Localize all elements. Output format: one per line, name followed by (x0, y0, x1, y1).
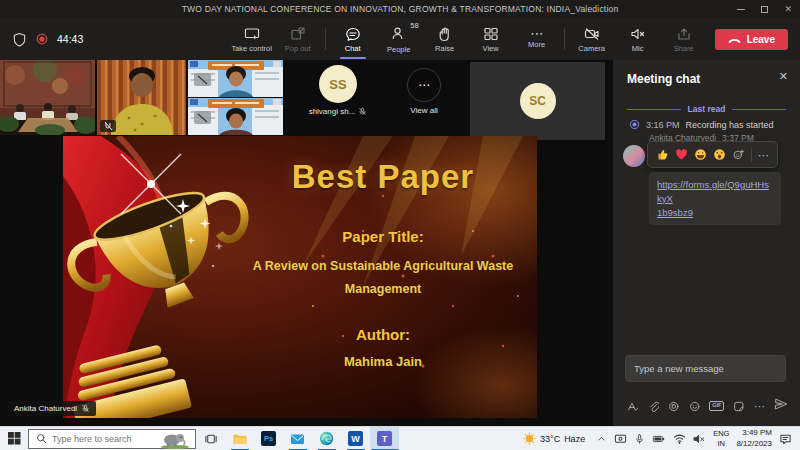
meeting-status: 44:43 (12, 32, 83, 47)
paper-title-line1: A Review on Sustainable Agricultural Was… (253, 259, 513, 273)
task-view-button[interactable] (196, 427, 225, 450)
message-author-avatar[interactable] (623, 145, 645, 167)
share-icon (676, 26, 692, 42)
view-all-button[interactable]: ⋯ View all (393, 68, 455, 115)
leave-button[interactable]: Leave (715, 29, 788, 50)
taskbar-clock[interactable]: 3:49 PM 8/12/2023 (736, 428, 772, 449)
presenter-name-pill: Ankita Chaturvedi (8, 401, 96, 416)
windows-taskbar: Ps W (0, 426, 800, 450)
task-view-icon (204, 432, 218, 446)
teams-button[interactable]: T (370, 427, 399, 450)
search-icon (36, 433, 47, 444)
message-more-options-icon[interactable]: ⋯ (758, 152, 769, 158)
more-actions-button[interactable]: ⋯ More (514, 18, 560, 60)
file-explorer-button[interactable] (225, 427, 254, 450)
message-link[interactable]: https://forms.gle/Q9guHHskyX 1b9sbz9 (657, 178, 773, 219)
reaction-bar: ⋯ (647, 141, 778, 168)
tray-display-icon[interactable] (614, 433, 627, 445)
recording-indicator-icon (35, 32, 49, 46)
tray-mic-icon[interactable] (634, 433, 645, 445)
window-title: TWO DAY NATIONAL CONFERENCE ON INNOVATIO… (182, 4, 619, 14)
weather-widget[interactable]: 33°C Haze (519, 432, 589, 445)
video-tile-conference-room[interactable] (0, 60, 95, 135)
tray-volume-muted-icon[interactable] (693, 433, 706, 445)
view-button[interactable]: View (468, 18, 514, 60)
people-count-badge: 58 (410, 21, 418, 30)
windows-logo-icon (8, 432, 21, 445)
thumbs-up-reaction-icon[interactable] (656, 148, 669, 161)
participant-shivangi[interactable]: SS shivangi sh... (300, 65, 376, 116)
shield-icon[interactable] (12, 32, 27, 47)
emoji-icon[interactable] (689, 400, 701, 413)
man-yellow-shirt-video (97, 60, 186, 135)
avatar: SC (520, 83, 556, 119)
slide-title: Best Paper (292, 158, 474, 196)
message-bubble: https://forms.gle/Q9guHHskyX 1b9sbz9 (649, 172, 781, 225)
weather-temp: 33°C (540, 434, 560, 444)
action-center-icon[interactable] (779, 433, 792, 445)
surprised-reaction-icon[interactable] (713, 148, 726, 161)
send-icon (774, 397, 788, 411)
view-all-icon: ⋯ (407, 68, 441, 102)
chat-close-icon[interactable]: ✕ (779, 70, 788, 83)
sticker-icon[interactable] (733, 400, 745, 413)
chat-button[interactable]: Chat (330, 18, 376, 60)
mic-off-icon (81, 404, 90, 413)
mail-button[interactable] (283, 427, 312, 450)
video-tile-man-yellow-shirt[interactable] (97, 60, 186, 135)
attach-icon[interactable] (648, 400, 660, 413)
author-label: Author: (356, 326, 410, 343)
participant-sc-tile[interactable]: SC (470, 62, 605, 140)
presenter-name: Ankita Chaturvedi (14, 404, 77, 413)
video-tile-woman-maroon[interactable] (188, 98, 283, 135)
word-button[interactable]: W (341, 427, 370, 450)
people-icon (391, 25, 407, 41)
weather-condition: Haze (564, 434, 585, 444)
format-icon[interactable] (627, 400, 639, 413)
more-icon: ⋯ (530, 30, 543, 38)
take-control-icon (244, 26, 260, 42)
taskbar-search[interactable] (28, 429, 196, 449)
mic-button[interactable]: Mic (615, 18, 661, 60)
sun-icon (523, 432, 536, 445)
tray-battery-icon[interactable] (652, 433, 666, 445)
tray-expand-chevron-icon[interactable] (596, 433, 607, 444)
raise-hand-icon (437, 26, 453, 42)
start-button[interactable] (0, 427, 28, 450)
pop-out-button: Pop out (275, 18, 321, 60)
gif-icon[interactable]: GIF (709, 401, 724, 411)
camera-off-icon (584, 26, 600, 42)
minimize-icon[interactable] (737, 9, 745, 10)
avatar: SS (319, 65, 357, 103)
view-grid-icon (483, 26, 499, 42)
clock-date: 8/12/2023 (736, 439, 772, 449)
video-tile-woman-teal[interactable] (188, 60, 283, 97)
meeting-toolbar: 44:43 Take control Pop out Chat (0, 18, 800, 60)
meeting-stage: SS shivangi sh... ⋯ View all (0, 60, 612, 426)
more-reactions-icon[interactable] (732, 148, 745, 161)
camera-button[interactable]: Camera (569, 18, 615, 60)
edge-button[interactable] (312, 427, 341, 450)
tray-wifi-icon[interactable] (673, 433, 686, 445)
woman-maroon-video (188, 98, 283, 135)
send-button[interactable] (774, 397, 788, 415)
people-button[interactable]: 58 People (376, 18, 422, 60)
system-message-text: Recording has started (686, 120, 774, 130)
close-icon[interactable]: ✕ (784, 5, 792, 14)
take-control-button[interactable]: Take control (229, 18, 275, 60)
loop-component-icon[interactable] (668, 400, 680, 413)
maximize-icon[interactable] (761, 6, 768, 13)
hang-up-icon (728, 35, 741, 44)
raise-hand-button[interactable]: Raise (422, 18, 468, 60)
search-doodle-elephant (157, 431, 193, 450)
compose-toolbar: GIF ⋯ (627, 397, 788, 415)
edge-icon (319, 431, 334, 446)
heart-reaction-icon[interactable] (675, 148, 688, 161)
photoshop-button[interactable]: Ps (254, 427, 283, 450)
laughing-reaction-icon[interactable] (694, 148, 707, 161)
language-indicator[interactable]: ENG IN (713, 429, 729, 449)
search-input[interactable] (52, 434, 152, 444)
chat-compose-input[interactable] (625, 355, 786, 382)
participant-strip: SS shivangi sh... ⋯ View all (0, 60, 612, 140)
compose-more-icon[interactable]: ⋯ (754, 403, 765, 409)
